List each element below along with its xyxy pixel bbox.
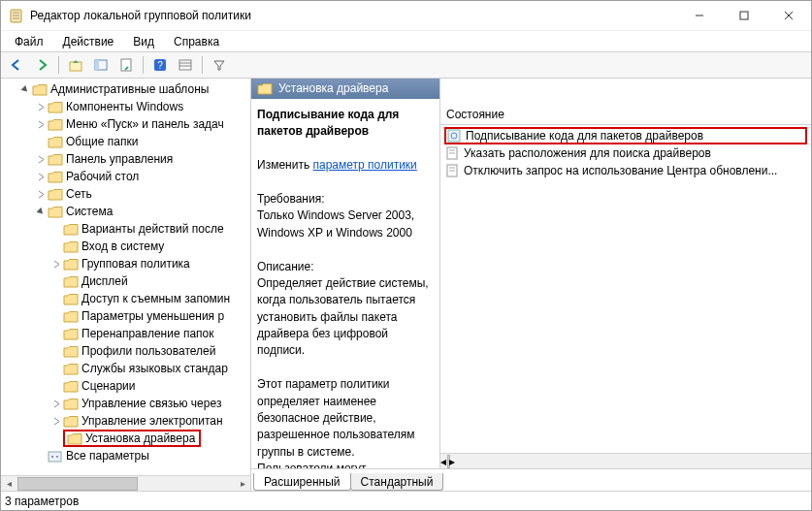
menu-view[interactable]: Вид: [123, 33, 164, 50]
list-item-label: Подписывание кода для пакетов драйверов: [466, 129, 703, 143]
policy-title: Подписывание кода для пакетов драйверов: [257, 108, 399, 138]
folder-icon: [48, 187, 63, 201]
tree-node[interactable]: Меню «Пуск» и панель задач: [1, 115, 250, 133]
path-header: Установка драйвера: [251, 79, 439, 99]
tree-node[interactable]: Компоненты Windows: [1, 98, 250, 115]
up-button[interactable]: [64, 54, 87, 76]
detail-pane: Установка драйвера Подписывание кода для…: [251, 79, 440, 468]
tree-node[interactable]: Доступ к съемным запомин: [1, 290, 250, 307]
svg-point-19: [56, 456, 58, 458]
tree-node[interactable]: Службы языковых стандар: [1, 360, 250, 377]
tree-pane: Административные шаблоны Компоненты Wind…: [1, 79, 251, 491]
req-text: Только Windows Server 2003, Windows XP и…: [257, 208, 414, 239]
tree-node[interactable]: Сценарии: [1, 377, 250, 395]
close-button[interactable]: [766, 1, 811, 30]
menu-action[interactable]: Действие: [53, 33, 124, 50]
tree-node[interactable]: Рабочий стол: [1, 168, 250, 185]
svg-rect-20: [448, 130, 460, 142]
tree-node[interactable]: Перенаправление папок: [1, 325, 250, 342]
list-item[interactable]: Отключить запрос на использование Центра…: [444, 162, 807, 179]
tree-node[interactable]: Управление электропитан: [1, 412, 250, 430]
tab-standard[interactable]: Стандартный: [350, 473, 444, 491]
list-item[interactable]: Указать расположения для поиска драйверо…: [444, 144, 807, 162]
svg-text:?: ?: [157, 60, 163, 71]
tree-node[interactable]: Варианты действий после: [1, 220, 250, 238]
scroll-left-icon[interactable]: ◂: [1, 477, 16, 491]
tree-node[interactable]: Сеть: [1, 185, 250, 203]
policy-icon: [446, 128, 462, 144]
column-header-state[interactable]: Состояние: [440, 104, 811, 125]
list-pane: Состояние Подписывание кода для пакетов …: [440, 79, 811, 468]
folder-icon: [48, 135, 63, 148]
svg-point-18: [51, 456, 53, 458]
filter-button[interactable]: [208, 54, 231, 76]
expand-icon[interactable]: [49, 417, 63, 426]
expand-icon[interactable]: [34, 190, 48, 199]
expand-icon[interactable]: [34, 103, 48, 112]
toolbar: ?: [1, 51, 811, 79]
tree-node[interactable]: Панель управления: [1, 150, 250, 168]
menu-bar: Файл Действие Вид Справка: [1, 30, 811, 51]
expand-icon[interactable]: [34, 120, 48, 129]
folder-icon: [48, 117, 63, 131]
list-item[interactable]: Подписывание кода для пакетов драйверов: [444, 127, 807, 144]
collapse-icon[interactable]: [18, 85, 32, 94]
req-label: Требования:: [257, 192, 325, 206]
tree-node[interactable]: Общие папки: [1, 133, 250, 150]
scroll-right-icon[interactable]: ▸: [235, 477, 250, 491]
folder-icon: [63, 327, 79, 340]
list-button[interactable]: [174, 54, 197, 76]
svg-rect-10: [95, 60, 99, 70]
status-text: 3 параметров: [5, 495, 79, 508]
tree-node[interactable]: Параметры уменьшения р: [1, 307, 250, 325]
list-item-label: Отключить запрос на использование Центра…: [464, 164, 777, 177]
collapse-icon[interactable]: [34, 208, 48, 216]
tree-node[interactable]: Управление связью через: [1, 395, 250, 412]
folder-icon: [63, 257, 79, 271]
svg-rect-17: [49, 452, 61, 462]
tree-node-driver-install[interactable]: Установка драйвера: [1, 430, 250, 447]
menu-file[interactable]: Файл: [5, 33, 53, 50]
toolbar-separator: [58, 56, 59, 74]
tree-node-system[interactable]: Система: [1, 203, 250, 220]
help-button[interactable]: ?: [148, 54, 172, 76]
menu-help[interactable]: Справка: [164, 33, 229, 50]
expand-icon[interactable]: [34, 155, 48, 164]
path-label: Установка драйвера: [278, 81, 388, 95]
expand-icon[interactable]: [34, 173, 48, 181]
folder-icon: [67, 431, 82, 445]
tree-node-all-settings[interactable]: Все параметры: [1, 447, 250, 464]
tab-extended[interactable]: Расширенный: [253, 473, 351, 491]
tree-node[interactable]: Вход в систему: [1, 238, 250, 255]
svg-rect-8: [70, 62, 81, 71]
folder-icon: [63, 414, 79, 428]
tab-strip: Расширенный Стандартный: [251, 469, 811, 491]
horizontal-scrollbar[interactable]: ◂ ▸: [1, 475, 250, 491]
svg-rect-14: [179, 60, 191, 70]
expand-icon[interactable]: [49, 399, 63, 408]
forward-button[interactable]: [30, 54, 53, 76]
minimize-button[interactable]: [677, 1, 722, 30]
edit-label: Изменить: [257, 158, 309, 172]
folder-icon: [48, 205, 63, 218]
app-window: Редактор локальной групповой политики Фа…: [0, 0, 812, 511]
desc-text-2: Этот параметр политики определяет наимен…: [257, 377, 426, 468]
policy-icon: [444, 145, 460, 161]
settings-icon: [48, 449, 63, 463]
expand-icon[interactable]: [49, 260, 63, 269]
show-hide-tree-button[interactable]: [89, 54, 113, 76]
status-bar: 3 параметров: [1, 491, 811, 510]
policy-setting-link[interactable]: параметр политики: [312, 158, 416, 172]
app-icon: [9, 8, 24, 23]
tree-node[interactable]: Профили пользователей: [1, 342, 250, 360]
tree-node[interactable]: Групповая политика: [1, 255, 250, 272]
horizontal-scrollbar[interactable]: ◂ ▸: [440, 453, 811, 468]
maximize-button[interactable]: [722, 1, 766, 30]
tree-node[interactable]: Дисплей: [1, 272, 250, 290]
scroll-right-icon[interactable]: ▸: [449, 455, 455, 468]
properties-button[interactable]: [114, 54, 138, 76]
window-title: Редактор локальной групповой политики: [30, 9, 251, 22]
svg-rect-5: [740, 12, 748, 19]
back-button[interactable]: [5, 54, 28, 76]
tree-node-admin-templates[interactable]: Административные шаблоны: [1, 80, 250, 98]
